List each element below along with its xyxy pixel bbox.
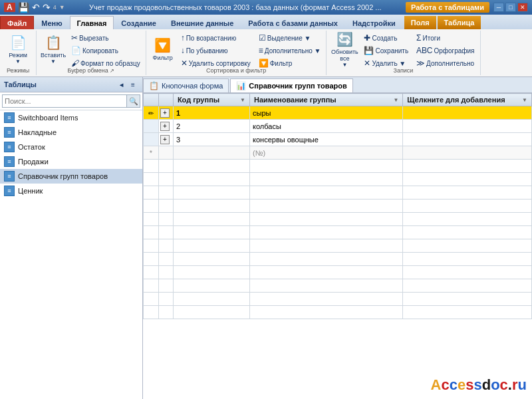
th-name-sort[interactable]: ▼ (393, 97, 398, 103)
create-record-button[interactable]: ✚ Создать (361, 32, 411, 44)
sort-desc-button[interactable]: ↓ По убыванию (178, 45, 253, 57)
row-selector-2[interactable] (144, 133, 159, 146)
spell-button[interactable]: АВС Орфография (414, 45, 477, 57)
empty-cell (403, 239, 532, 253)
selection-button[interactable]: ☑ Выделение ▼ (256, 32, 324, 44)
work-tables-button[interactable]: Работа с таблицами (406, 2, 489, 13)
empty-cell (159, 173, 174, 186)
mode-button[interactable]: 📄 Режим ▼ (3, 32, 33, 66)
maximize-button[interactable]: □ (505, 3, 516, 12)
empty-cell (250, 186, 403, 200)
cell-kod-0[interactable]: 1 (173, 106, 249, 120)
search-input[interactable] (2, 94, 127, 108)
cell-add-1[interactable] (403, 120, 532, 133)
cell-name-3[interactable]: (№) (250, 146, 403, 160)
table-row[interactable]: +3консервы овощные (144, 133, 532, 146)
row-expand-3[interactable] (159, 146, 174, 160)
cell-add-0[interactable] (403, 106, 532, 120)
empty-cell (173, 306, 249, 319)
tab-addins[interactable]: Надстройки (345, 16, 403, 29)
table-row[interactable]: ✏+1сыры (144, 106, 532, 120)
sidebar-item-5[interactable]: ≡Ценник (0, 184, 142, 198)
save-record-button[interactable]: 💾 Сохранить (361, 45, 411, 57)
empty-cell (159, 306, 174, 319)
row-selector-1[interactable] (144, 120, 159, 133)
tab-home[interactable]: Главная (70, 16, 114, 29)
doc-tab-icon-0: 📋 (149, 81, 159, 90)
sort-asc-button[interactable]: ↑ По возрастанию (178, 32, 253, 44)
remove-sort-label: Удалить сортировку (189, 60, 251, 67)
th-kod-sort[interactable]: ▼ (240, 97, 245, 103)
empty-cell (144, 293, 159, 306)
empty-cell (144, 266, 159, 279)
row-expand-0[interactable]: + (159, 106, 174, 120)
mode-expand[interactable]: ▼ (15, 59, 21, 65)
ribbon-content: 📄 Режим ▼ Режимы 📋 Вставить ▼ ✂ Вырезать… (0, 29, 532, 77)
expand-icon-1[interactable]: + (160, 122, 170, 131)
table-row[interactable]: +2колбасы (144, 120, 532, 133)
row-selector-0[interactable]: ✏ (144, 106, 159, 120)
tab-menu[interactable]: Меню (34, 16, 69, 29)
table-item-label-5: Ценник (18, 187, 43, 195)
th-add-label: Щелкните для добавления (407, 96, 505, 104)
th-add-sort[interactable]: ▼ (522, 97, 527, 103)
table-row[interactable]: *(№) (144, 146, 532, 160)
tab-file[interactable]: Файл (0, 16, 34, 29)
sidebar-item-2[interactable]: ≡Остаток (0, 140, 142, 154)
save-icon: 💾 (364, 46, 374, 55)
sidebar-collapse-icon[interactable]: ◂ (116, 79, 126, 90)
empty-cell (159, 253, 174, 266)
cell-name-1[interactable]: колбасы (250, 120, 403, 133)
ribbon-group-modes: 📄 Режим ▼ Режимы (0, 31, 37, 75)
advanced-button[interactable]: ≡ Дополнительно ▼ (256, 45, 324, 57)
table-container[interactable]: Код группы ▼ Наименование группы ▼ (143, 93, 532, 399)
expand-icon-0[interactable]: + (160, 108, 170, 118)
sidebar-item-0[interactable]: ≡Switchboard Items (0, 110, 142, 125)
th-name[interactable]: Наименование группы ▼ (250, 94, 403, 106)
tab-create[interactable]: Создание (114, 16, 164, 29)
row-selector-3[interactable]: * (144, 146, 159, 160)
empty-cell (159, 293, 174, 306)
spell-icon: АВС (416, 46, 432, 55)
sidebar-item-4[interactable]: ≡Справочник групп товаров (0, 169, 142, 184)
filter-button[interactable]: 🔽 Фильтр (149, 32, 177, 66)
cell-kod-1[interactable]: 2 (173, 120, 249, 133)
table-row-empty (144, 253, 532, 266)
cell-name-0[interactable]: сыры (250, 106, 403, 120)
expand-icon-2[interactable]: + (160, 135, 170, 144)
paste-expand[interactable]: ▼ (51, 59, 56, 65)
minimize-button[interactable]: ─ (493, 3, 504, 12)
doc-tab-1[interactable]: 📊Справочник групп товаров (230, 78, 352, 92)
copy-button[interactable]: 📄 Копировать (68, 45, 143, 57)
empty-cell (250, 200, 403, 213)
empty-cell (403, 306, 532, 319)
search-button[interactable]: 🔍 (127, 94, 140, 108)
th-kod[interactable]: Код группы ▼ (173, 94, 249, 106)
sidebar-item-1[interactable]: ≡Накладные (0, 125, 142, 140)
refresh-button[interactable]: 🔄 Обновитьвсе ▼ (329, 32, 360, 66)
close-button[interactable]: ✕ (517, 3, 528, 12)
th-add[interactable]: Щелкните для добавления ▼ (403, 94, 532, 106)
empty-cell (403, 160, 532, 173)
tab-database[interactable]: Работа с базами данных (241, 16, 345, 29)
cell-name-2[interactable]: консервы овощные (250, 133, 403, 146)
empty-cell (250, 266, 403, 279)
cell-add-2[interactable] (403, 133, 532, 146)
paste-button[interactable]: 📋 Вставить ▼ (39, 32, 67, 66)
cell-kod-2[interactable]: 3 (173, 133, 249, 146)
sidebar-menu-icon[interactable]: ≡ (128, 79, 138, 90)
cell-kod-3[interactable] (173, 146, 249, 160)
paste-label: Вставить (41, 52, 66, 59)
doc-tab-0[interactable]: 📋Кнопочная форма (143, 78, 229, 92)
tab-external[interactable]: Внешние данные (164, 16, 241, 29)
row-expand-2[interactable]: + (159, 133, 174, 146)
empty-cell (144, 226, 159, 239)
cell-add-3[interactable] (403, 146, 532, 160)
cut-button[interactable]: ✂ Вырезать (68, 32, 143, 44)
tab-table[interactable]: Таблица (438, 16, 481, 29)
row-expand-1[interactable]: + (159, 120, 174, 133)
totals-button[interactable]: Σ Итоги (414, 32, 477, 44)
sidebar-item-3[interactable]: ≡Продажи (0, 154, 142, 169)
tab-fields[interactable]: Поля (404, 16, 436, 29)
mode-icon: 📄 (10, 35, 27, 51)
